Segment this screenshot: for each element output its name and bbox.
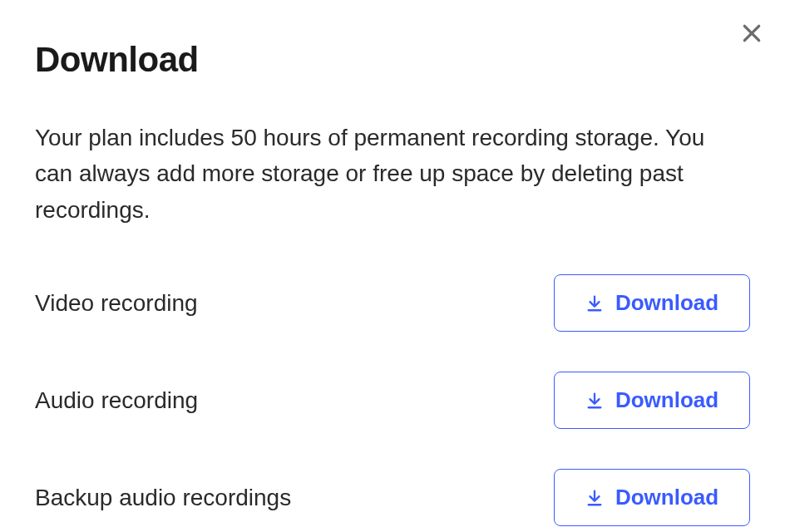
close-icon: [741, 22, 763, 44]
modal-description: Your plan includes 50 hours of permanent…: [35, 120, 725, 228]
download-icon: [585, 392, 604, 410]
download-button-label: Download: [615, 290, 718, 316]
download-label: Audio recording: [35, 387, 198, 414]
download-button-label: Download: [615, 485, 718, 510]
download-label: Video recording: [35, 290, 198, 317]
download-row-audio: Audio recording Download: [35, 372, 750, 429]
download-button-label: Download: [615, 387, 718, 413]
download-row-video: Video recording Download: [35, 274, 750, 332]
download-video-button[interactable]: Download: [554, 274, 750, 332]
close-button[interactable]: [738, 20, 765, 47]
download-modal: Download Your plan includes 50 hours of …: [0, 0, 785, 532]
download-icon: [585, 294, 604, 313]
download-backup-audio-button[interactable]: Download: [554, 469, 750, 526]
download-row-backup-audio: Backup audio recordings Download: [35, 469, 750, 526]
download-audio-button[interactable]: Download: [554, 372, 750, 429]
download-icon: [585, 489, 604, 507]
download-label: Backup audio recordings: [35, 485, 291, 511]
modal-title: Download: [35, 40, 750, 80]
